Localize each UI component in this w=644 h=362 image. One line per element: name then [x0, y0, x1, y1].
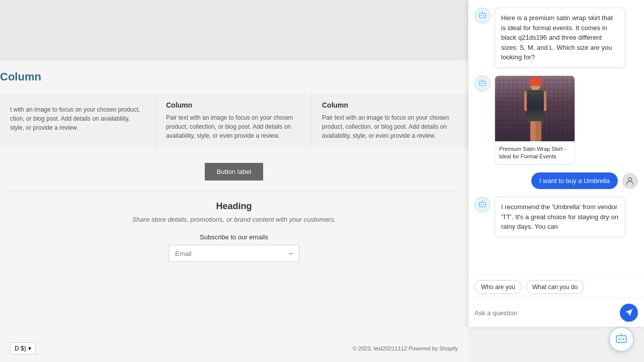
column-2-title: Column — [166, 101, 301, 109]
chevron-down-icon: ▾ — [28, 345, 31, 352]
quick-replies: Who are you What can you do — [468, 276, 644, 298]
column-2: Column Pair text with an image to focus … — [156, 94, 312, 148]
column-3-title: Column — [322, 101, 457, 109]
svg-rect-7 — [479, 81, 486, 85]
email-label: Subscribe to our emails — [0, 233, 468, 241]
svg-point-4 — [482, 12, 483, 13]
product-card-title: Premium Satin Wrap Skirt - Ideal for For… — [495, 141, 575, 165]
user-message: I want to buy a Umbrella — [474, 172, 638, 189]
quick-reply-what[interactable]: What can you do — [526, 280, 584, 294]
bot-message-2: I recommend the 'Umbrella' from vendor '… — [474, 197, 638, 237]
column-2-text: Pair text with an image to focus on your… — [166, 113, 301, 140]
bot-bubble-1: Here is a premium satin wrap skirt that … — [495, 8, 625, 68]
email-input[interactable] — [169, 245, 282, 261]
columns-section: t with an image to focus on your chosen … — [0, 94, 468, 148]
column-3: Column Pair text with an image to focus … — [312, 94, 468, 148]
product-card: Premium Satin Wrap Skirt - Ideal for For… — [495, 75, 575, 165]
svg-point-14 — [628, 178, 632, 182]
quick-reply-who[interactable]: Who are you — [474, 280, 522, 294]
page-heading: Column — [0, 70, 468, 83]
main-button[interactable]: Button label — [205, 163, 264, 180]
page-content: Column t with an image to focus on your … — [0, 60, 468, 280]
user-bubble: I want to buy a Umbrella — [531, 172, 618, 189]
email-section: Subscribe to our emails → — [0, 233, 468, 262]
email-submit-button[interactable]: → — [282, 245, 299, 261]
footer: D $) ▾ © 2023, test20211112 Powered by S… — [0, 335, 468, 362]
svg-point-17 — [483, 204, 484, 205]
currency-selector[interactable]: D $) ▾ — [10, 342, 36, 354]
product-image — [495, 76, 575, 141]
section-subtitle: Share store details, promotions, or bran… — [0, 216, 468, 223]
svg-point-19 — [482, 201, 483, 202]
send-button[interactable] — [620, 304, 638, 322]
svg-point-9 — [483, 82, 484, 83]
svg-point-16 — [481, 204, 482, 205]
column-1: t with an image to focus on your chosen … — [0, 94, 156, 148]
footer-copyright: © 2023, test20211112 Powered by Shopify — [353, 345, 458, 351]
svg-point-24 — [622, 338, 624, 340]
page-background: Column t with an image to focus on your … — [0, 0, 468, 362]
bot-avatar-3 — [474, 197, 491, 213]
bot-message-1: Here is a premium satin wrap skirt that … — [474, 8, 638, 68]
button-row: Button label — [0, 163, 468, 180]
currency-label: D $) — [15, 345, 26, 352]
chat-panel: Here is a premium satin wrap skirt that … — [468, 0, 644, 327]
chat-messages[interactable]: Here is a premium satin wrap skirt that … — [468, 0, 644, 276]
column-1-text: t with an image to focus on your chosen … — [10, 105, 145, 132]
heading-section: Heading Share store details, promotions,… — [0, 201, 468, 223]
chat-fab-button[interactable] — [609, 327, 634, 352]
svg-point-26 — [621, 333, 622, 334]
bot-message-product: Premium Satin Wrap Skirt - Ideal for For… — [474, 75, 638, 165]
email-form: → — [169, 245, 299, 262]
svg-point-8 — [481, 82, 482, 83]
svg-point-2 — [483, 15, 484, 16]
user-avatar — [622, 173, 638, 189]
chat-input-area — [468, 298, 644, 327]
bot-avatar-1 — [474, 8, 491, 24]
section-heading: Heading — [0, 201, 468, 212]
svg-point-1 — [481, 15, 482, 16]
column-3-text: Pair text with an image to focus on your… — [322, 113, 457, 140]
chat-input[interactable] — [474, 309, 616, 317]
bot-avatar-2 — [474, 75, 491, 92]
bot-bubble-2: I recommend the 'Umbrella' from vendor '… — [495, 197, 625, 237]
svg-rect-22 — [616, 335, 626, 342]
hero-area — [0, 0, 468, 60]
svg-point-11 — [482, 79, 483, 80]
svg-point-23 — [619, 338, 620, 340]
svg-rect-0 — [479, 14, 486, 18]
svg-rect-15 — [479, 203, 486, 207]
